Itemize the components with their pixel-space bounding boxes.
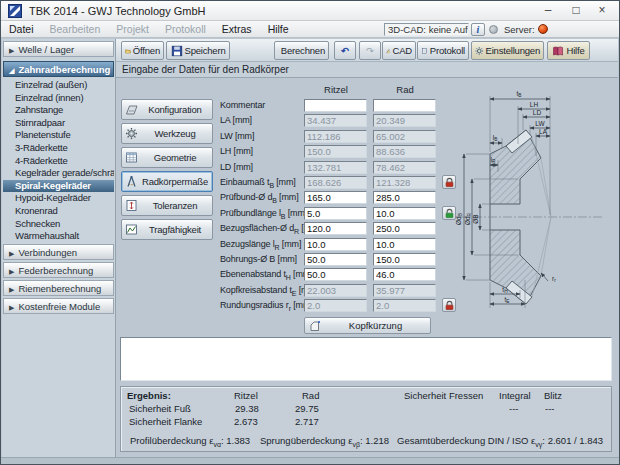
ebenenabstand-ritzel-input[interactable] xyxy=(304,268,367,281)
menu-bar: DateiBearbeitenProjektProtokollExtrasHil… xyxy=(1,21,619,38)
bezugsflaechen-d-ritzel-input[interactable] xyxy=(304,222,367,235)
sidebar-item-4-raederkette[interactable]: 4-Räderkette xyxy=(3,155,114,168)
status-bar xyxy=(1,457,619,464)
tool-gear-icon xyxy=(125,127,138,140)
svg-text:LA: LA xyxy=(539,128,548,135)
bezugslaenge-rad-input[interactable] xyxy=(373,238,436,251)
sidebar-section-verbindungen[interactable]: ▶Verbindungen xyxy=(3,244,114,260)
kopfkuerzung-button[interactable]: Kopfkürzung xyxy=(304,317,431,334)
open-button[interactable]: Öffnen xyxy=(121,41,164,60)
kommentar-rad-input[interactable] xyxy=(373,99,436,112)
sidebar-section-welle-lager[interactable]: ▶Welle / Lager xyxy=(3,41,114,57)
sidebar-item-kronenrad[interactable]: Kronenrad xyxy=(3,205,114,218)
sidebar-section-zahnradberechnung[interactable]: ◢Zahnradberechnung xyxy=(3,61,114,77)
load-capacity-icon xyxy=(125,223,138,236)
sidebar-item-einzelrad-innen[interactable]: Einzelrad (innen) xyxy=(3,92,114,105)
sidebar-item-hypoid-kegelraeder[interactable]: Hypoid-Kegelräder xyxy=(3,192,114,205)
svg-text:ØB: ØB xyxy=(472,214,479,223)
result-value: 2.673 xyxy=(234,416,258,427)
save-button[interactable]: Speichern xyxy=(166,41,230,60)
column-header-ritzel: Ritzel xyxy=(304,84,368,95)
server-status-indicator xyxy=(538,24,548,34)
sidebar-item-zahnstange[interactable]: Zahnstange xyxy=(3,104,114,117)
nav-konfiguration-button[interactable]: Konfiguration xyxy=(121,99,213,120)
nav-tragfaehigkeit-button[interactable]: Tragfähigkeit xyxy=(121,219,213,240)
sidebar-item-schnecken[interactable]: Schnecken xyxy=(3,218,114,231)
tip-relief-icon xyxy=(309,320,321,332)
sidebar: ▶Welle / Lager ◢Zahnradberechnung Einzel… xyxy=(2,39,116,457)
sidebar-section-federberechnung[interactable]: ▶Federberechnung xyxy=(3,262,114,278)
caliper-icon xyxy=(125,175,138,188)
helix-overlap-value: Sprungüberdeckung εvβ: 1.218 xyxy=(260,435,389,448)
gear-icon xyxy=(475,45,484,57)
grid-icon xyxy=(125,151,138,164)
la-rad-input xyxy=(373,114,436,127)
svg-text:LW: LW xyxy=(535,120,545,127)
calculate-button[interactable]: Berechnen xyxy=(274,41,329,60)
undo-button[interactable]: ↶ xyxy=(334,41,356,60)
gear-body-drawing: tB LH LD LW LA lB lR ØdB ØdR ØB tH tE rr xyxy=(444,82,614,332)
configuration-icon xyxy=(125,103,138,116)
sidebar-item-3-raederkette[interactable]: 3-Räderkette xyxy=(3,142,114,155)
sidebar-item-kegelraeder[interactable]: Kegelräder gerade/schräg xyxy=(3,167,114,180)
chevron-right-icon: ▶ xyxy=(9,268,14,275)
pruefbundlaenge-rad-input[interactable] xyxy=(373,207,436,220)
sidebar-item-spiral-kegelraeder[interactable]: Spiral-Kegelräder xyxy=(3,180,114,193)
sidebar-section-kostenfreie-module[interactable]: ▶Kostenfreie Module xyxy=(3,298,114,314)
info-button[interactable]: i xyxy=(471,23,485,36)
bohrungs-d-ritzel-input[interactable] xyxy=(304,253,367,266)
close-button[interactable]: × xyxy=(589,1,615,20)
result-value: --- xyxy=(509,403,519,414)
lw-rad-input xyxy=(373,130,436,143)
bezugslaenge-ritzel-input[interactable] xyxy=(304,238,367,251)
bezugsflaechen-d-rad-input[interactable] xyxy=(373,222,436,235)
label-lh: LH [mm] xyxy=(220,145,253,158)
pruefbundlaenge-ritzel-input[interactable] xyxy=(304,207,367,220)
bohrungs-d-rad-input[interactable] xyxy=(373,253,436,266)
svg-text:rr: rr xyxy=(552,275,556,283)
kommentar-ritzel-input[interactable] xyxy=(304,99,367,112)
results-header: Ergebnis: xyxy=(127,390,171,401)
profile-overlap-value: Profilüberdeckung εvα: 1.383 xyxy=(130,435,250,448)
chevron-right-icon: ▶ xyxy=(9,250,14,257)
sidebar-item-waermehaushalt[interactable]: Wärmehaushalt xyxy=(3,230,114,243)
pruefbund-d-ritzel-input[interactable] xyxy=(304,191,367,204)
settings-button[interactable]: Einstellungen xyxy=(471,41,544,60)
la-ritzel-input xyxy=(304,114,367,127)
label-la: LA [mm] xyxy=(220,114,252,127)
result-row-label: Sicherheit Flanke xyxy=(129,416,202,427)
results-panel: Ergebnis: Ritzel Rad Sicherheit Fressen … xyxy=(120,386,612,452)
label-ebenenabstand: Ebenenabstand tH [mm] xyxy=(220,268,312,284)
title-bar: TBK 2014 - GWJ Technology GmbH – □ × xyxy=(1,1,619,21)
chevron-right-icon: ▶ xyxy=(9,286,14,293)
nav-geometrie-button[interactable]: Geometrie xyxy=(121,147,213,168)
minimize-button[interactable]: – xyxy=(535,1,561,20)
sidebar-item-planetenstufe[interactable]: Planetenstufe xyxy=(3,129,114,142)
pruefbund-d-rad-input[interactable] xyxy=(373,191,436,204)
menu-datei[interactable]: Datei xyxy=(1,21,42,37)
label-ld: LD [mm] xyxy=(220,161,253,174)
sidebar-item-stirnradpaar[interactable]: Stirnradpaar xyxy=(3,117,114,130)
chevron-right-icon: ▶ xyxy=(9,304,14,311)
ebenenabstand-rad-input[interactable] xyxy=(373,268,436,281)
sidebar-item-einzelrad-aussen[interactable]: Einzelrad (außen) xyxy=(3,79,114,92)
label-bohrungs-d: Bohrungs-Ø B [mm] xyxy=(220,253,297,266)
menu-extras[interactable]: Extras xyxy=(214,21,260,37)
help-button[interactable]: Hilfe xyxy=(547,41,590,60)
book-icon xyxy=(552,45,564,57)
ld-rad-input xyxy=(373,161,436,174)
nav-radkoerpermasse-button[interactable]: Radkörpermaße xyxy=(121,171,213,192)
redo-icon: ↷ xyxy=(366,45,374,56)
nav-toleranzen-button[interactable]: Toleranzen xyxy=(121,195,213,216)
svg-text:tB: tB xyxy=(516,90,521,98)
menu-bearbeiten: Bearbeiten xyxy=(42,21,109,37)
cad-button[interactable]: CAD xyxy=(382,41,416,60)
sidebar-section-riemenberechnung[interactable]: ▶Riemenberechnung xyxy=(3,280,114,296)
menu-hilfe[interactable]: Hilfe xyxy=(260,21,297,37)
menu-protokoll: Protokoll xyxy=(157,21,214,37)
svg-text:lB: lB xyxy=(493,134,498,142)
nav-werkzeug-button[interactable]: Werkzeug xyxy=(121,123,213,144)
protocol-button[interactable]: Protokoll xyxy=(417,41,469,60)
page-title: Eingabe der Daten für den Radkörper xyxy=(116,62,618,78)
maximize-button[interactable]: □ xyxy=(563,1,589,20)
